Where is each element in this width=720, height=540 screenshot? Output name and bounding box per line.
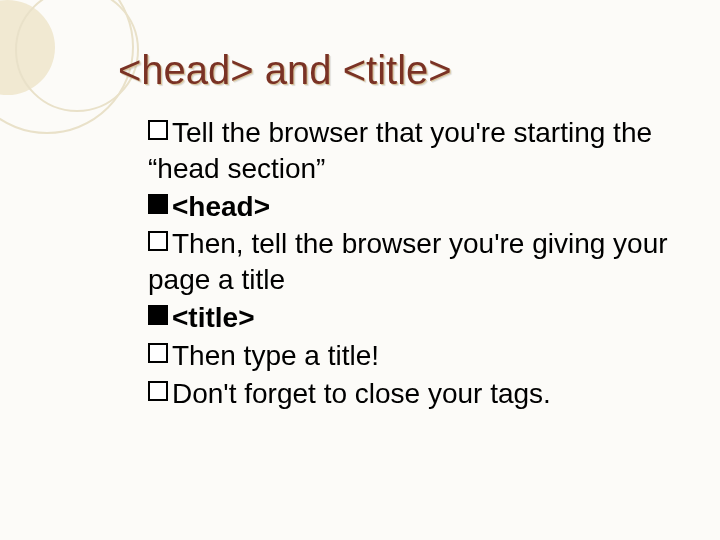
bullet-item: <title>	[148, 300, 678, 336]
bullet-box-icon	[148, 231, 168, 251]
bullet-item: Then type a title!	[148, 338, 678, 374]
bullet-box-icon	[148, 343, 168, 363]
bullet-box-icon	[148, 305, 168, 325]
bullet-text: <head>	[172, 191, 270, 222]
bullet-item: Don't forget to close your tags.	[148, 376, 678, 412]
bullet-item: <head>	[148, 189, 678, 225]
bullet-text: Then type a title!	[172, 340, 379, 371]
bullet-item: Tell the browser that you're starting th…	[148, 115, 678, 187]
bullet-text: Then, tell the browser you're giving you…	[148, 228, 668, 295]
bullet-box-icon	[148, 120, 168, 140]
bullet-text: Tell the browser that you're starting th…	[148, 117, 652, 184]
bullet-item: Then, tell the browser you're giving you…	[148, 226, 678, 298]
bullet-box-icon	[148, 381, 168, 401]
bullet-text: Don't forget to close your tags.	[172, 378, 551, 409]
bullet-text: <title>	[172, 302, 254, 333]
bullet-box-icon	[148, 194, 168, 214]
slide-title: <head> and <title>	[118, 48, 678, 93]
bullet-list: Tell the browser that you're starting th…	[148, 115, 678, 412]
slide-content: <head> and <title> Tell the browser that…	[118, 48, 678, 414]
